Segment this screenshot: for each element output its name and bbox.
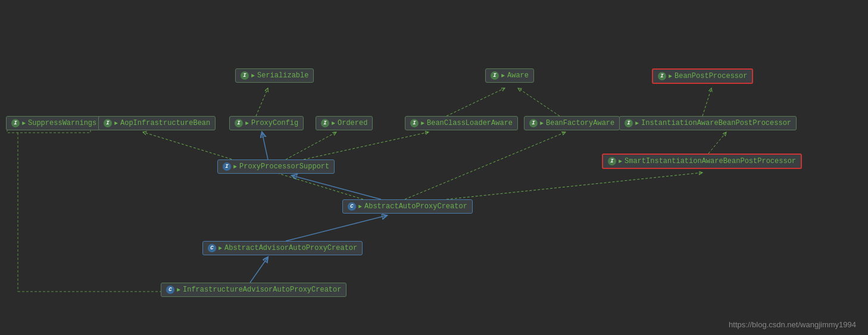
node-icon-instantiationawarebeanpostprocessor: I — [625, 119, 633, 127]
node-icon-serializable: I — [241, 71, 249, 80]
node-icon-proxyconfig: I — [235, 119, 243, 127]
node-icon-suppresswarnings: I — [11, 119, 20, 127]
node-smartinstantiationawarebeanpostprocessor[interactable]: I ► SmartInstantiationAwareBeanPostProce… — [602, 154, 802, 169]
svg-line-4 — [708, 132, 726, 154]
node-beanpostprocessor[interactable]: I ► BeanPostProcessor — [652, 68, 753, 84]
node-instantiationawarebeanpostprocessor[interactable]: I ► InstantiationAwareBeanPostProcessor — [619, 116, 797, 130]
node-infrastructureadvisorautoproxycreator[interactable]: C ► InfrastructureAdvisorAutoProxyCreato… — [161, 283, 346, 297]
diagram-container: I ► Serializable I ► Aware I ► BeanPostP… — [0, 0, 868, 335]
node-icon-beanclassloaderaware: I — [410, 119, 419, 127]
node-beanclassloaderaware[interactable]: I ► BeanClassLoaderAware — [405, 116, 518, 130]
svg-line-1 — [447, 88, 505, 116]
svg-line-2 — [518, 88, 560, 116]
svg-line-3 — [702, 88, 711, 116]
svg-line-7 — [304, 132, 429, 159]
node-icon-beanpostprocessor: I — [658, 72, 666, 80]
node-abstractadvisorautoproxycreator[interactable]: C ► AbstractAdvisorAutoProxyCreator — [202, 241, 363, 255]
node-ordered[interactable]: I ► Ordered — [316, 116, 373, 130]
node-proxyprocessorsupport[interactable]: I ► ProxyProcessorSupport — [217, 159, 335, 174]
svg-line-8 — [292, 176, 381, 199]
watermark: https://blog.csdn.net/wangjimmy1994 — [729, 320, 856, 329]
node-serializable[interactable]: I ► Serializable — [235, 68, 314, 83]
node-icon-aopinfrastructurebean: I — [104, 119, 112, 127]
svg-line-13 — [250, 257, 268, 283]
node-aware[interactable]: I ► Aware — [485, 68, 534, 83]
svg-line-12 — [286, 215, 387, 241]
node-icon-abstractautoproxycreator: C — [348, 202, 356, 211]
node-aopinfrastructurebean[interactable]: I ► AopInfrastructureBean — [98, 116, 216, 130]
svg-line-10 — [405, 132, 566, 199]
node-suppresswarnings[interactable]: I ► SuppressWarnings — [6, 116, 102, 130]
node-icon-infrastructureadvisorautoproxycreator: C — [166, 286, 174, 294]
node-icon-ordered: I — [321, 119, 329, 127]
svg-line-9 — [447, 173, 702, 199]
node-icon-smartinstantiationawarebeanpostprocessor: I — [608, 157, 616, 165]
node-abstractautoproxycreator[interactable]: C ► AbstractAutoProxyCreator — [342, 199, 473, 214]
node-icon-beanfactoryaware: I — [529, 119, 538, 127]
svg-line-0 — [256, 88, 268, 116]
node-icon-proxyprocessorsupport: I — [223, 162, 231, 171]
node-icon-abstractadvisorautoproxycreator: C — [208, 244, 216, 252]
node-icon-aware: I — [491, 71, 499, 80]
svg-line-6 — [286, 132, 336, 159]
node-beanfactoryaware[interactable]: I ► BeanFactoryAware — [524, 116, 620, 130]
svg-line-5 — [262, 132, 268, 159]
node-proxyconfig[interactable]: I ► ProxyConfig — [229, 116, 304, 130]
